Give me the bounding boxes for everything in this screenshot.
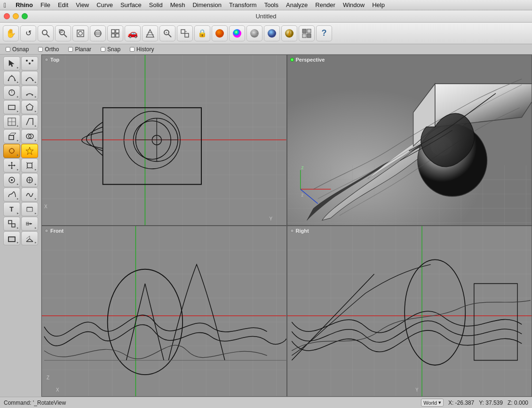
svg-rect-20 <box>181 30 185 33</box>
display-mode-btn[interactable] <box>229 25 245 41</box>
boolean-btn[interactable]: ▸ <box>21 129 38 143</box>
planar-toggle[interactable]: Planar <box>68 46 91 53</box>
menu-view[interactable]: View <box>72 1 93 8</box>
svg-line-91 <box>26 236 30 239</box>
snap2-btn[interactable]: ▸ <box>21 173 38 187</box>
transform-btn[interactable] <box>177 25 193 41</box>
menu-transform[interactable]: Transform <box>225 1 261 8</box>
solid2-btn[interactable]: ▸ <box>3 231 20 245</box>
poly-btn[interactable]: ▸ <box>21 100 38 114</box>
menu-mesh[interactable]: Mesh <box>167 1 189 8</box>
arc-btn[interactable]: ▸ <box>21 86 38 100</box>
menu-surface[interactable]: Surface <box>117 1 145 8</box>
menu-help[interactable]: Help <box>368 1 389 8</box>
svg-point-35 <box>29 63 31 64</box>
material-btn[interactable] <box>299 25 315 41</box>
snap-bar: Osnap Ortho Planar Snap History <box>0 44 532 55</box>
zoom-btn[interactable] <box>38 25 54 41</box>
menu-solid[interactable]: Solid <box>145 1 167 8</box>
dropdown-arrow-icon: ▾ <box>438 400 441 406</box>
dim-btn[interactable]: ▸ <box>21 202 38 216</box>
sweep-btn[interactable]: ▸ <box>21 115 38 129</box>
menu-analyze[interactable]: Analyze <box>282 1 311 8</box>
shading-btn[interactable] <box>212 25 228 41</box>
close-button[interactable] <box>4 13 10 19</box>
svg-point-40 <box>14 80 16 81</box>
menu-dimension[interactable]: Dimension <box>189 1 225 8</box>
svg-point-42 <box>32 80 33 81</box>
rect-btn[interactable]: ▸ <box>3 100 20 114</box>
svg-text:Y: Y <box>270 216 273 221</box>
minimize-button[interactable] <box>13 13 19 19</box>
svg-rect-31 <box>307 29 311 33</box>
zoom-extents-btn[interactable] <box>72 25 88 41</box>
menu-window[interactable]: Window <box>339 1 368 8</box>
curve2-btn[interactable]: ▸ <box>21 71 38 85</box>
menu-tools[interactable]: Tools <box>261 1 282 8</box>
ortho-toggle[interactable]: Ortho <box>38 46 59 53</box>
menu-file[interactable]: File <box>37 1 54 8</box>
viewport-right[interactable]: Right <box>287 226 532 397</box>
loft-btn[interactable]: ▸ <box>3 115 20 129</box>
text-btn[interactable]: T▸ <box>3 202 20 216</box>
render-preview-btn[interactable] <box>281 25 297 41</box>
pan-tool-btn[interactable]: ✋ <box>3 25 19 41</box>
svg-text:X: X <box>44 204 48 209</box>
svg-line-66 <box>26 162 27 163</box>
svg-rect-86 <box>8 237 15 242</box>
maximize-button[interactable] <box>22 13 28 19</box>
zoom-selected-btn[interactable]: + <box>159 25 175 41</box>
svg-marker-61 <box>11 162 13 163</box>
snap-toggle[interactable]: Snap <box>101 46 120 53</box>
select-btn[interactable]: ▸ <box>3 56 20 71</box>
title-bar: Untitled <box>0 10 532 23</box>
rotate-view-btn[interactable]: ↺ <box>20 25 36 41</box>
history-toggle[interactable]: History <box>130 46 154 53</box>
command-display: Command: '_RotateView <box>4 400 418 406</box>
car-icon-btn[interactable]: 🚗 <box>125 25 141 41</box>
svg-marker-48 <box>26 104 33 110</box>
planar-check <box>68 47 73 52</box>
extrude-btn[interactable]: ▸ <box>3 129 20 143</box>
svg-point-23 <box>215 29 224 38</box>
svg-rect-30 <box>302 29 306 33</box>
lock-btn[interactable]: 🔒 <box>194 25 210 41</box>
apple-logo:  <box>4 1 6 9</box>
freeform1-btn[interactable]: ▸ <box>3 188 20 202</box>
circle-btn[interactable]: ▸ <box>3 86 20 100</box>
rotate3d-btn[interactable] <box>90 25 106 41</box>
menu-edit[interactable]: Edit <box>54 1 72 8</box>
camera-btn[interactable] <box>264 25 280 41</box>
gumball-btn[interactable]: ▸ <box>3 144 20 158</box>
viewport-perspective[interactable]: Perspective <box>287 55 532 226</box>
block-btn[interactable]: ▸ <box>3 217 20 231</box>
action-btn[interactable] <box>21 144 38 158</box>
menu-curve[interactable]: Curve <box>93 1 117 8</box>
zoom-window-btn[interactable] <box>55 25 71 41</box>
menu-rhino[interactable]: Rhino <box>12 1 37 8</box>
grid-btn[interactable] <box>107 25 123 41</box>
coord-display: World ▾ X: -26.387 Y: 37.539 Z: 0.000 <box>421 399 528 407</box>
mesh2-btn[interactable]: ▸ <box>21 231 38 245</box>
curve-pts-btn[interactable]: ▸ <box>3 71 20 85</box>
scale-btn[interactable]: ▸ <box>21 158 38 173</box>
svg-marker-14 <box>146 30 154 37</box>
render-mesh-btn[interactable] <box>142 25 158 41</box>
vp-right-svg: Y <box>287 226 532 396</box>
snap1-btn[interactable]: ▸ <box>3 173 20 187</box>
osnap-toggle[interactable]: Osnap <box>6 46 29 53</box>
svg-line-3 <box>64 34 67 37</box>
point-btn[interactable] <box>21 56 38 71</box>
svg-rect-11 <box>116 30 119 33</box>
coord-system-dropdown[interactable]: World ▾ <box>421 399 444 407</box>
viewport-top[interactable]: Top <box>41 55 287 226</box>
viewport-front[interactable]: Front <box>41 226 287 397</box>
texture-btn[interactable] <box>246 25 262 41</box>
move-btn[interactable]: ▸ <box>3 158 20 173</box>
orient-btn[interactable]: ▸ <box>21 217 38 231</box>
help-btn[interactable]: ? <box>316 25 332 41</box>
svg-point-71 <box>11 179 13 181</box>
menu-render[interactable]: Render <box>311 1 339 8</box>
freeform2-btn[interactable]: ▸ <box>21 188 38 202</box>
svg-point-24 <box>233 29 241 38</box>
